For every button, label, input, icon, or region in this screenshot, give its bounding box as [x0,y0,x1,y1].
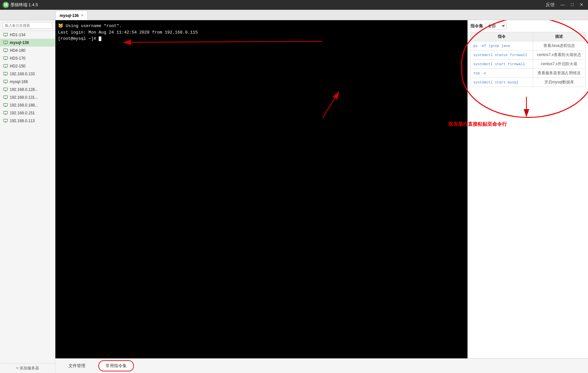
sidebar-item-192-168-0-131[interactable]: 192.168.0.131... [0,93,55,101]
command-row-4[interactable]: top -n 查看服务器资源占用情况 [471,69,585,78]
svg-rect-21 [4,88,7,91]
monitor-icon [3,119,8,123]
desc-cell: centos7.x开启防火墙 [533,60,585,69]
monitor-icon [3,41,8,45]
svg-line-39 [323,92,339,118]
sidebar-item-192-168-0-128[interactable]: 192.168.0.128... [0,86,55,93]
command-cell: ps -ef |grep java [471,41,533,50]
svg-rect-3 [4,41,7,44]
desc-cell: 开启mysql数据库 [533,78,585,87]
search-input[interactable] [3,22,52,29]
terminal-line1: 🐱 Using username "root". [58,23,465,29]
monitor-icon [3,49,8,52]
sidebar-item-label: 192.168.0.131... [10,95,38,100]
sidebar-search [0,20,55,31]
sidebar-item-label: 192.168.0.188... [10,103,38,108]
tab-label: mysql-136 [60,13,79,18]
sidebar-item-192-168-0-151[interactable]: 192.168.0.151 [0,109,55,117]
svg-rect-33 [4,119,7,122]
command-row-3[interactable]: systemctl start firewall centos7.x开启防火墙 [471,60,585,69]
terminal-cursor [99,36,101,41]
svg-rect-0 [4,33,7,36]
command-row-5[interactable]: systemctl start mysql 开启mysql数据库 [471,78,585,87]
monitor-icon [3,111,8,115]
svg-rect-27 [4,104,7,106]
file-manager-button[interactable]: 文件管理 [62,361,92,371]
maximize-button[interactable]: □ [569,2,576,8]
titlebar-left: 猫 墨猫终端 1.4.5 [3,2,38,8]
sidebar-item-hd2-150[interactable]: HD2-150 [0,62,55,70]
sidebar-item-label: HD2-150 [10,64,25,68]
col-header-desc: 描述 [533,32,585,41]
panel-arrow [518,95,535,121]
terminal-line2: Last login: Mon Aug 24 11:42:54 2020 fro… [58,29,465,36]
svg-rect-24 [4,96,7,98]
sidebar-list: HD1-134 mysql-136 HD [0,31,55,363]
app-logo: 猫 墨猫终端 1.4.5 [3,2,38,8]
sidebar-item-192-168-0-133[interactable]: 192.168.0.133 [0,70,55,78]
monitor-icon [3,88,8,92]
close-button[interactable]: ✕ [578,2,585,8]
sidebar-item-hd3-170[interactable]: HD3-170 [0,54,55,62]
svg-rect-18 [4,80,7,83]
sidebar-item-hd4-180[interactable]: HD4-180 [0,47,55,54]
terminal-area[interactable]: 🐱 Using username "root". Last login: Mon… [55,20,467,358]
sidebar-item-label: 192.168.0.113 [10,119,35,123]
sidebar-item-label: HD4-180 [10,48,25,53]
command-cell: systemctl start firewall [471,60,533,69]
sidebar-item-hd1-134[interactable]: HD1-134 [0,31,55,39]
command-row-1[interactable]: ps -ef |grep java 查看Java进程信息 [471,41,585,50]
svg-rect-9 [4,57,7,59]
svg-rect-12 [4,65,7,67]
svg-rect-6 [4,49,7,51]
sidebar-item-label: HD1-134 [10,33,25,37]
sidebar-item-label: mysql-136 [10,40,29,45]
bottom-bar: 文件管理 常用指令集 [55,358,588,373]
command-cell: systemctl start mysql [471,78,533,87]
app-title: 墨猫终端 1.4.5 [10,2,38,8]
command-panel-title: 指令集 [470,23,483,29]
titlebar: 猫 墨猫终端 1.4.5 反馈 — □ ✕ [0,0,588,10]
command-panel-header: 指令集 全部 系统 网络 数据库 [470,23,585,29]
category-dropdown[interactable]: 全部 系统 网络 数据库 [486,23,507,29]
tab-close-icon[interactable]: ✕ [81,14,83,17]
sidebar-item-label: HD3-170 [10,56,25,61]
logo-icon: 猫 [3,2,9,8]
sidebar-item-label: 192.168.0.128... [10,87,38,92]
feedback-button[interactable]: 反馈 [544,2,557,8]
desc-cell: 查看Java进程信息 [533,41,585,50]
svg-rect-30 [4,111,7,114]
sidebar-item-label: 192.168.0.133 [10,72,35,76]
command-cell: top -n [471,69,533,78]
terminal-line3: [root@mysql ~]# [58,36,465,42]
sidebar-item-label: mysql-168 [10,79,28,84]
sidebar-item-192-168-0-188[interactable]: 192.168.0.188... [0,101,55,109]
desc-cell: 查看服务器资源占用情况 [533,69,585,78]
sidebar-item-label: 192.168.0.151 [10,111,35,115]
monitor-icon [3,33,8,37]
content-area: HD1-134 mysql-136 HD [0,20,588,373]
desc-cell: centos7.x查看防火墙状态 [533,50,585,60]
command-cell: systemctl status firewall [471,50,533,60]
main-layout: mysql-136 ✕ HD1-134 [0,10,588,373]
annotation-arrows [55,20,467,358]
sidebar-item-mysql-168[interactable]: mysql-168 [0,78,55,86]
add-server-button[interactable]: + 添加服务器 [0,363,55,373]
sidebar-item-192-168-0-113[interactable]: 192.168.0.113 [0,117,55,125]
command-table: 指令 描述 ps -ef |grep java 查看Java进程信息 syste… [470,32,585,87]
sidebar-item-mysql-136[interactable]: mysql-136 [0,39,55,47]
tab-mysql-136[interactable]: mysql-136 ✕ [55,11,88,20]
command-row-2[interactable]: systemctl status firewall centos7.x查看防火墙… [471,50,585,60]
monitor-icon [3,64,8,68]
svg-rect-15 [4,72,7,75]
commands-button[interactable]: 常用指令集 [98,360,134,371]
minimize-button[interactable]: — [559,2,567,8]
sidebar: HD1-134 mysql-136 HD [0,20,55,373]
monitor-icon [3,95,8,99]
command-panel: 指令集 全部 系统 网络 数据库 指令 描述 [467,20,588,358]
monitor-icon [3,56,8,60]
monitor-icon [3,103,8,107]
col-header-command: 指令 [471,32,533,41]
monitor-icon [3,80,8,84]
titlebar-controls: 反馈 — □ ✕ [544,2,585,8]
